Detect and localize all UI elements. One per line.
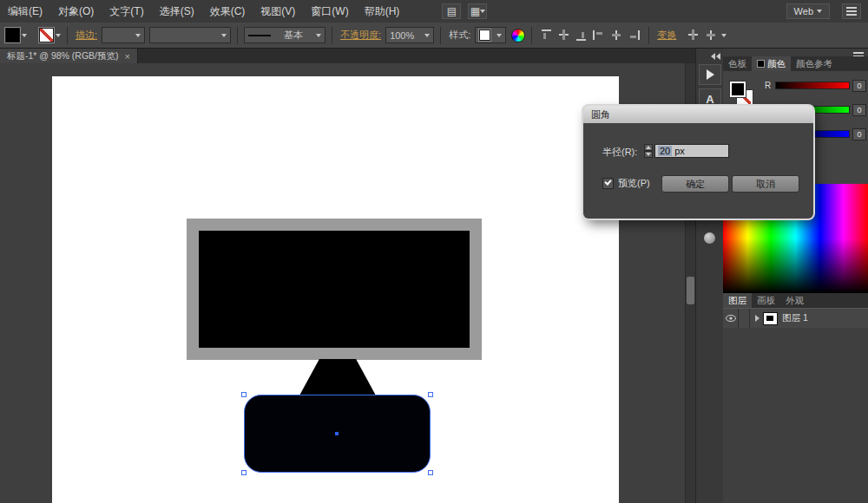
ok-button[interactable]: 确定 <box>661 175 729 193</box>
stepper-up[interactable] <box>644 144 653 151</box>
menu-item-select[interactable]: 选择(S) <box>152 0 202 23</box>
tab-swatches[interactable]: 色板 <box>723 56 752 71</box>
tab-color-guide[interactable]: 颜色参考 <box>791 56 838 71</box>
align-bottom-icon[interactable] <box>575 29 588 41</box>
scrollbar-thumb[interactable] <box>687 277 694 304</box>
canvas-pasteboard[interactable] <box>0 63 685 503</box>
menu-item-window[interactable]: 窗口(W) <box>303 0 356 23</box>
document-tab[interactable]: 标题-1* @ 98% (RGB/预览) × <box>0 49 138 63</box>
preview-label: 预览(P) <box>618 177 650 190</box>
layer-name[interactable]: 图层 1 <box>782 312 808 324</box>
green-channel-value[interactable]: 0 <box>852 104 866 116</box>
panel-list-icon[interactable] <box>842 3 861 19</box>
recolor-artwork-icon[interactable] <box>511 29 525 42</box>
control-bar: 描边: 基本 不透明度: 100% 样式: <box>0 23 868 49</box>
lock-toggle[interactable] <box>739 309 750 328</box>
stepper-down[interactable] <box>644 151 653 158</box>
chevron-down-icon <box>424 34 430 37</box>
style-label: 样式: <box>449 29 470 42</box>
align-top-icon[interactable] <box>541 29 553 41</box>
menu-item-view[interactable]: 视图(V) <box>253 0 303 23</box>
close-tab-icon[interactable]: × <box>125 51 130 62</box>
chevron-down-icon <box>221 34 227 37</box>
menu-item-edit[interactable]: 编辑(E) <box>0 0 50 23</box>
workspace-switcher[interactable]: Web <box>786 3 830 19</box>
opacity-dropdown[interactable]: 100% <box>385 27 434 43</box>
expand-panels-icon[interactable] <box>711 53 720 60</box>
fill-color-swatch[interactable] <box>5 28 20 42</box>
color-tab-swatch-icon <box>757 60 765 68</box>
chevron-down-icon[interactable] <box>721 34 727 37</box>
selection-handle-bottom-left[interactable] <box>241 470 247 475</box>
arrange-documents-icon[interactable]: ▦ <box>468 3 487 19</box>
align-left-icon[interactable] <box>593 29 605 41</box>
menu-item-help[interactable]: 帮助(H) <box>357 0 408 23</box>
document-tab-bar: 标题-1* @ 98% (RGB/预览) × <box>0 49 695 63</box>
stroke-panel-link[interactable]: 描边: <box>76 29 97 42</box>
chevron-down-icon[interactable] <box>22 34 27 37</box>
divider <box>67 27 68 44</box>
line-style-label: 基本 <box>284 29 303 42</box>
tab-color-label: 颜色 <box>767 58 786 70</box>
chevron-down-icon <box>817 10 822 13</box>
tab-artboards[interactable]: 画板 <box>752 293 780 308</box>
stroke-weight-dropdown[interactable] <box>102 27 145 43</box>
actions-panel-icon[interactable] <box>699 64 721 85</box>
align-horizontal-center-icon[interactable] <box>610 29 622 41</box>
symbols-panel-icon[interactable] <box>704 232 715 244</box>
radius-label: 半径(R): <box>602 146 637 159</box>
align-vertical-center-icon[interactable] <box>558 29 570 41</box>
cancel-button[interactable]: 取消 <box>732 175 799 193</box>
graphic-style-dropdown[interactable] <box>475 27 506 43</box>
workspace-label: Web <box>794 6 813 16</box>
opacity-link[interactable]: 不透明度: <box>340 29 381 42</box>
checkbox-checked-icon[interactable] <box>602 178 614 189</box>
illustrator-window: 编辑(E) 对象(O) 文字(T) 选择(S) 效果(C) 视图(V) 窗口(W… <box>0 0 868 503</box>
isolate-mode-icon[interactable] <box>705 29 717 41</box>
radius-stepper[interactable] <box>644 144 653 158</box>
stroke-color-swatch[interactable] <box>39 28 54 42</box>
brush-definition-dropdown[interactable] <box>149 27 231 43</box>
layers-panel-tabs: 图层 画板 外观 <box>723 293 868 309</box>
blue-channel-value[interactable]: 0 <box>852 128 866 140</box>
channel-row-red: R 0 <box>723 80 868 91</box>
tab-layers[interactable]: 图层 <box>723 293 752 308</box>
red-channel-slider[interactable] <box>775 82 850 89</box>
align-right-icon[interactable] <box>628 29 640 41</box>
style-swatch <box>479 29 490 41</box>
menu-item-object[interactable]: 对象(O) <box>50 0 102 23</box>
tab-appearance[interactable]: 外观 <box>780 293 809 308</box>
divider <box>237 27 238 44</box>
menu-item-effect[interactable]: 效果(C) <box>202 0 253 23</box>
preview-checkbox-row[interactable]: 预览(P) <box>602 177 650 190</box>
selection-center-point[interactable] <box>335 432 339 435</box>
triangle-down-icon <box>646 153 651 156</box>
chevron-left-icon <box>711 53 715 60</box>
monitor-screen-shape[interactable] <box>199 231 470 348</box>
bridge-icon[interactable]: ▤ <box>442 3 461 19</box>
radius-input[interactable]: 20 px <box>654 144 729 158</box>
disclosure-triangle-icon[interactable] <box>755 315 760 322</box>
menu-item-type[interactable]: 文字(T) <box>102 0 151 23</box>
dialog-title[interactable]: 圆角 <box>583 106 813 123</box>
monitor-bezel-shape[interactable] <box>187 219 482 360</box>
selection-handle-top-left[interactable] <box>241 392 247 397</box>
line-style-dropdown[interactable]: 基本 <box>244 27 326 43</box>
selection-handle-top-right[interactable] <box>428 392 433 397</box>
layers-panel-body <box>723 328 868 503</box>
triangle-up-icon <box>646 146 651 149</box>
red-channel-value[interactable]: 0 <box>852 80 866 92</box>
radius-unit: px <box>674 146 685 156</box>
selection-handle-bottom-right[interactable] <box>428 470 433 475</box>
layer-row[interactable]: 图层 1 <box>723 309 868 329</box>
visibility-toggle[interactable] <box>723 309 739 328</box>
line-preview <box>248 35 271 36</box>
chevron-down-icon[interactable] <box>56 34 61 37</box>
eye-icon <box>726 315 736 322</box>
arrange-documents-glyph: ▦ <box>470 5 480 17</box>
shape-mode-icon[interactable] <box>687 29 700 41</box>
layer-thumbnail[interactable] <box>763 312 778 325</box>
chevron-down-icon <box>480 10 485 13</box>
tab-color[interactable]: 颜色 <box>752 56 791 71</box>
transform-panel-link[interactable]: 变换 <box>657 29 676 42</box>
